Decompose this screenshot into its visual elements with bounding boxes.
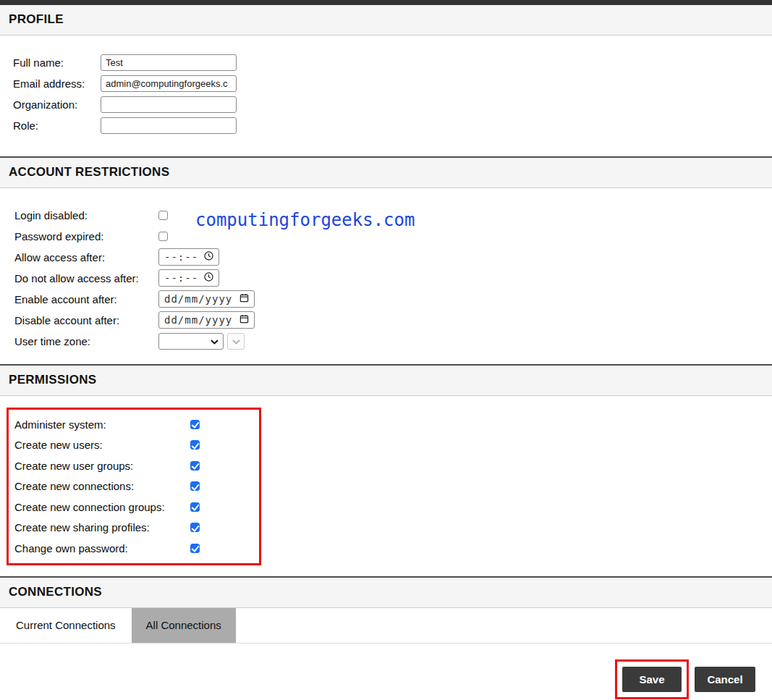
no-access-after-label: Do not allow access after: <box>14 272 158 284</box>
email-row: Email address: <box>13 75 772 92</box>
user-time-zone-row: User time zone: <box>14 332 772 350</box>
organization-label: Organization: <box>13 98 101 111</box>
account-restrictions-section-header: ACCOUNT RESTRICTIONS <box>0 156 772 188</box>
no-access-after-time-input[interactable]: --:-- <box>158 269 219 287</box>
create-new-connections-label: Create new connections: <box>14 480 190 492</box>
disable-account-after-date-input[interactable]: dd/mm/yyyy <box>158 311 255 329</box>
time-placeholder: --:-- <box>164 251 198 263</box>
calendar-icon[interactable] <box>239 313 249 326</box>
top-bar <box>0 0 772 5</box>
profile-section-header: PROFILE <box>0 5 772 35</box>
password-expired-label: Password expired: <box>14 230 158 243</box>
calendar-icon[interactable] <box>239 292 249 305</box>
change-own-password-row: Change own password: <box>14 539 772 557</box>
create-new-connection-groups-checkbox[interactable] <box>190 502 200 512</box>
login-disabled-row: Login disabled: <box>14 206 772 224</box>
date-placeholder: dd/mm/yyyy <box>164 293 232 305</box>
change-own-password-checkbox[interactable] <box>190 544 200 553</box>
date-placeholder: dd/mm/yyyy <box>164 314 232 326</box>
time-zone-secondary-dropdown[interactable] <box>227 333 245 350</box>
create-new-sharing-profiles-label: Create new sharing profiles: <box>14 521 190 534</box>
time-placeholder: --:-- <box>164 272 198 284</box>
create-new-user-groups-checkbox[interactable] <box>190 461 200 471</box>
no-access-after-row: Do not allow access after: --:-- <box>14 269 772 287</box>
allow-access-after-time-input[interactable]: --:-- <box>158 248 219 266</box>
connections-tab-bar: Current Connections All Connections <box>0 608 772 644</box>
role-row: Role: <box>13 117 772 134</box>
chevron-down-icon <box>211 334 219 347</box>
cancel-button[interactable]: Cancel <box>695 667 755 692</box>
enable-account-after-date-input[interactable]: dd/mm/yyyy <box>158 290 255 308</box>
full-name-row: Full name: <box>13 54 772 71</box>
clock-icon[interactable] <box>204 250 213 263</box>
email-label: Email address: <box>13 77 101 90</box>
account-restrictions-title: ACCOUNT RESTRICTIONS <box>9 165 763 180</box>
create-new-user-groups-row: Create new user groups: <box>14 457 772 474</box>
time-zone-select[interactable] <box>158 333 224 350</box>
administer-system-row: Administer system: <box>14 416 772 433</box>
disable-account-after-row: Disable account after: dd/mm/yyyy <box>14 311 772 329</box>
login-disabled-label: Login disabled: <box>14 209 158 222</box>
login-disabled-checkbox[interactable] <box>158 211 168 220</box>
create-new-sharing-profiles-checkbox[interactable] <box>190 523 200 532</box>
create-new-connections-checkbox[interactable] <box>190 481 200 491</box>
organization-row: Organization: <box>13 96 772 113</box>
create-new-user-groups-label: Create new user groups: <box>14 460 190 472</box>
allow-access-after-row: Allow access after: --:-- <box>14 248 772 266</box>
permissions-section-header: PERMISSIONS <box>0 364 772 396</box>
create-new-users-label: Create new users: <box>14 439 190 451</box>
full-name-input[interactable] <box>101 54 237 71</box>
administer-system-label: Administer system: <box>14 418 190 431</box>
enable-account-after-label: Enable account after: <box>14 293 158 305</box>
account-restrictions-form: Login disabled: Password expired: Allow … <box>0 188 772 364</box>
save-annotation-box: Save <box>615 659 689 699</box>
password-expired-checkbox[interactable] <box>158 232 168 241</box>
disable-account-after-label: Disable account after: <box>14 314 158 326</box>
change-own-password-label: Change own password: <box>14 542 190 554</box>
create-new-connection-groups-row: Create new connection groups: <box>14 498 772 515</box>
tab-current-connections[interactable]: Current Connections <box>0 608 132 643</box>
save-button[interactable]: Save <box>622 667 682 692</box>
create-new-users-checkbox[interactable] <box>190 440 200 450</box>
profile-form: Full name: Email address: Organization: … <box>0 35 772 156</box>
role-label: Role: <box>13 119 101 132</box>
email-field[interactable] <box>101 75 237 92</box>
user-time-zone-label: User time zone: <box>14 335 158 347</box>
permissions-form: Administer system: Create new users: Cre… <box>0 396 772 576</box>
create-new-sharing-profiles-row: Create new sharing profiles: <box>14 519 772 536</box>
allow-access-after-label: Allow access after: <box>14 251 158 263</box>
profile-title: PROFILE <box>9 12 763 27</box>
permissions-title: PERMISSIONS <box>9 373 763 387</box>
create-new-connection-groups-label: Create new connection groups: <box>14 501 190 513</box>
tab-all-connections[interactable]: All Connections <box>132 608 236 643</box>
connections-section-header: CONNECTIONS <box>0 576 772 608</box>
create-new-users-row: Create new users: <box>14 437 772 454</box>
full-name-label: Full name: <box>13 56 101 69</box>
action-buttons: Save Cancel <box>0 659 772 699</box>
organization-input[interactable] <box>101 96 237 113</box>
chevron-down-icon <box>232 334 240 347</box>
connections-title: CONNECTIONS <box>9 585 763 599</box>
clock-icon[interactable] <box>204 271 213 284</box>
create-new-connections-row: Create new connections: <box>14 478 772 495</box>
role-input[interactable] <box>101 117 237 134</box>
enable-account-after-row: Enable account after: dd/mm/yyyy <box>14 290 772 308</box>
administer-system-checkbox[interactable] <box>190 420 200 429</box>
password-expired-row: Password expired: <box>14 227 772 245</box>
